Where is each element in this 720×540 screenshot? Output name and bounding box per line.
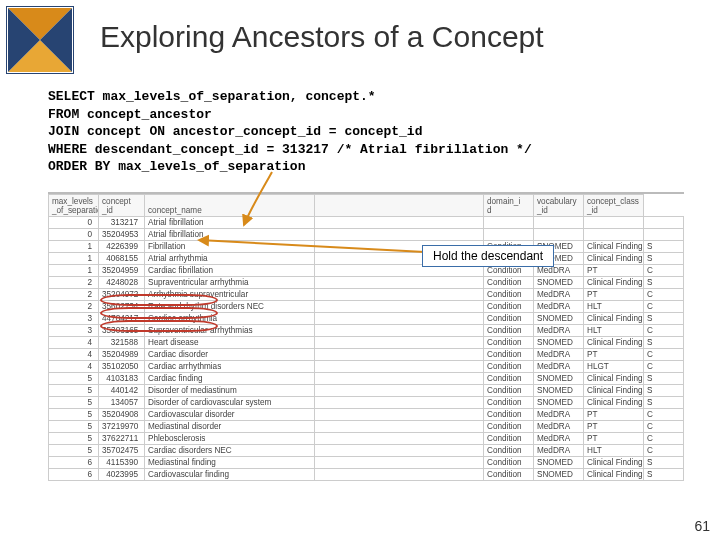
table-row: 54103183Cardiac findingConditionSNOMEDCl… <box>49 373 684 385</box>
table-cell: MedDRA <box>534 301 584 313</box>
table-cell: Disorder of mediastinum <box>145 385 315 397</box>
table-cell <box>315 217 484 229</box>
table-cell: 0 <box>49 217 99 229</box>
table-cell <box>315 469 484 481</box>
table-cell: Clinical Finding <box>584 469 644 481</box>
table-cell: Mediastinal finding <box>145 457 315 469</box>
table-cell: 2 <box>49 289 99 301</box>
table-cell: Clinical Finding <box>584 457 644 469</box>
table-cell: HLT <box>584 445 644 457</box>
table-cell: S <box>644 457 684 469</box>
table-row: 435102050Cardiac arrhythmiasConditionMed… <box>49 361 684 373</box>
table-cell: SNOMED <box>534 397 584 409</box>
table-cell <box>315 349 484 361</box>
table-cell: PT <box>584 421 644 433</box>
table-cell: S <box>644 469 684 481</box>
table-cell: 37219970 <box>99 421 145 433</box>
table-cell: SNOMED <box>534 385 584 397</box>
col-header: max_levels_of_separation <box>49 195 99 217</box>
table-row: 135204959Cardiac fibrillationConditionMe… <box>49 265 684 277</box>
table-cell: 35204972 <box>99 289 145 301</box>
table-cell: MedDRA <box>534 325 584 337</box>
table-cell <box>584 229 644 241</box>
table-cell <box>315 337 484 349</box>
table-cell: 35204959 <box>99 265 145 277</box>
table-cell: MedDRA <box>534 409 584 421</box>
sql-code: SELECT max_levels_of_separation, concept… <box>48 88 532 176</box>
table-row: 64115390Mediastinal findingConditionSNOM… <box>49 457 684 469</box>
table-cell: 5 <box>49 397 99 409</box>
table-cell: Clinical Finding <box>584 313 644 325</box>
table-cell: SNOMED <box>534 337 584 349</box>
col-header: vocabulary_id <box>534 195 584 217</box>
table-cell: SNOMED <box>534 313 584 325</box>
table-cell <box>315 409 484 421</box>
table-cell <box>315 421 484 433</box>
table-cell: 4226399 <box>99 241 145 253</box>
table-cell: SNOMED <box>534 373 584 385</box>
table-cell: Heart disease <box>145 337 315 349</box>
table-cell: 440142 <box>99 385 145 397</box>
table-cell <box>315 277 484 289</box>
table-row: 235602734Rate and rhythm disorders NECCo… <box>49 301 684 313</box>
table-cell: 0 <box>49 229 99 241</box>
table-cell <box>644 229 684 241</box>
results-table: max_levels_of_separationconcept_idconcep… <box>48 192 684 481</box>
page-title: Exploring Ancestors of a Concept <box>100 20 544 54</box>
table-cell: 35204989 <box>99 349 145 361</box>
table-cell: 35102050 <box>99 361 145 373</box>
table-cell: Clinical Finding <box>584 385 644 397</box>
table-cell: Clinical Finding <box>584 373 644 385</box>
table-cell: Atrial fibrillation <box>145 229 315 241</box>
table-cell: Clinical Finding <box>584 337 644 349</box>
table-cell: S <box>644 397 684 409</box>
table-row: 235204972Arrhythmia supraventricularCond… <box>49 289 684 301</box>
table-cell: C <box>644 361 684 373</box>
table-cell: HLT <box>584 301 644 313</box>
table-row: 5134057Disorder of cardiovascular system… <box>49 397 684 409</box>
table-cell: Supraventricular arrhythmia <box>145 277 315 289</box>
table-cell: Atrial fibrillation <box>145 217 315 229</box>
table-cell: MedDRA <box>534 433 584 445</box>
table-cell: Condition <box>484 361 534 373</box>
table-cell: 134057 <box>99 397 145 409</box>
table-cell: 6 <box>49 469 99 481</box>
table-cell: 5 <box>49 445 99 457</box>
table-cell: S <box>644 337 684 349</box>
table-cell: 1 <box>49 253 99 265</box>
logo-icon <box>6 6 74 74</box>
table-cell: MedDRA <box>534 349 584 361</box>
table-row: 5440142Disorder of mediastinumConditionS… <box>49 385 684 397</box>
table-cell: Clinical Finding <box>584 253 644 265</box>
table-cell: 4 <box>49 349 99 361</box>
table-cell: SNOMED <box>534 469 584 481</box>
table-cell: Clinical Finding <box>584 277 644 289</box>
table-row: 14226399FibrillationConditionSNOMEDClini… <box>49 241 684 253</box>
col-header: concept_id <box>99 195 145 217</box>
table-cell: Condition <box>484 421 534 433</box>
table-cell: Rate and rhythm disorders NEC <box>145 301 315 313</box>
table-cell: 5 <box>49 385 99 397</box>
table-cell: Atrial arrhythmia <box>145 253 315 265</box>
table-row: 344784217Cardiac arrhythmiaConditionSNOM… <box>49 313 684 325</box>
table-row: 535702475Cardiac disorders NECConditionM… <box>49 445 684 457</box>
table-row: 14068155Atrial arrhythmiaConditionSNOMED… <box>49 253 684 265</box>
col-header: domain_id <box>484 195 534 217</box>
page-number: 61 <box>694 518 710 534</box>
table-cell: Condition <box>484 337 534 349</box>
table-cell: Cardiac disorders NEC <box>145 445 315 457</box>
table-cell <box>315 457 484 469</box>
table-cell <box>644 217 684 229</box>
table-cell: HLT <box>584 325 644 337</box>
table-row: 24248028Supraventricular arrhythmiaCondi… <box>49 277 684 289</box>
table-cell: C <box>644 349 684 361</box>
table-cell: 4103183 <box>99 373 145 385</box>
table-cell: Condition <box>484 445 534 457</box>
table-cell: 321588 <box>99 337 145 349</box>
table-cell: Cardiac disorder <box>145 349 315 361</box>
table-cell: Phlebosclerosis <box>145 433 315 445</box>
table-cell: Condition <box>484 385 534 397</box>
table-cell: C <box>644 265 684 277</box>
table-cell: SNOMED <box>534 277 584 289</box>
table-row: 64023995Cardiovascular findingConditionS… <box>49 469 684 481</box>
